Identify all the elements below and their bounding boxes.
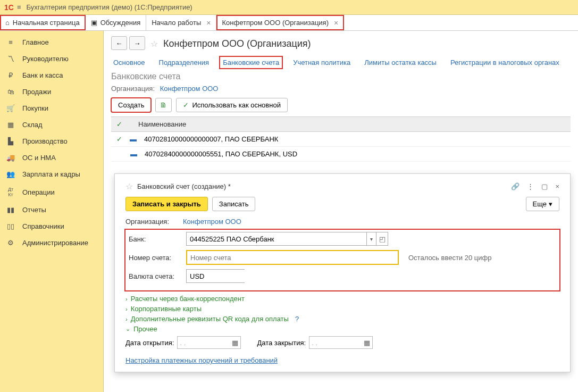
date-close-input[interactable]: . . ▦ xyxy=(309,336,373,349)
chevron-right-icon: › xyxy=(125,306,128,312)
expander-label: Прочее xyxy=(133,325,157,333)
warehouse-icon: ▦ xyxy=(6,121,15,129)
sidebar: ≡Главное 〽Руководителю ₽Банк и касса 🛍Пр… xyxy=(0,31,104,392)
sidebar-item-main[interactable]: ≡Главное xyxy=(0,34,103,51)
sidebar-label: Банк и касса xyxy=(22,71,63,79)
sidebar-item-assets[interactable]: 🚚ОС и НМА xyxy=(0,149,103,166)
section-title: Банковские счета xyxy=(111,72,571,81)
subtab-limits[interactable]: Лимиты остатка кассы xyxy=(362,57,439,68)
titlebar: 1C ≡ Бухгалтерия предприятия (демо) (1С:… xyxy=(0,0,578,15)
more-icon[interactable]: ⋮ xyxy=(527,182,534,190)
expander-cards[interactable]: ›Корпоративные карты xyxy=(125,305,559,313)
sidebar-item-admin[interactable]: ⚙Администрирование xyxy=(0,235,103,251)
bank-combo[interactable]: ▾ ◰ xyxy=(186,232,388,246)
sidebar-item-production[interactable]: ▙Производство xyxy=(0,133,103,149)
maximize-icon[interactable]: ▢ xyxy=(541,182,548,190)
expander-label: Расчеты через банк-корреспондент xyxy=(131,295,245,303)
tab-start[interactable]: Начало работы × xyxy=(146,15,216,30)
sidebar-label: Администрирование xyxy=(22,239,88,247)
sidebar-label: Покупки xyxy=(22,104,48,112)
chevron-right-icon: › xyxy=(125,316,128,322)
expander-qr[interactable]: ›Дополнительные реквизиты QR кода для оп… xyxy=(125,315,559,323)
payment-settings-link[interactable]: Настройка платежных поручений и требован… xyxy=(125,356,278,364)
col-name: Наименование xyxy=(138,120,186,128)
subtab-main[interactable]: Основное xyxy=(111,57,147,68)
check-icon: ✓ xyxy=(183,101,189,109)
expander-label: Корпоративные карты xyxy=(131,305,202,313)
org-value[interactable]: Конфетпром ООО xyxy=(183,218,241,226)
create-button[interactable]: Создать xyxy=(111,98,151,112)
dtct-icon: ДтКт xyxy=(6,187,15,197)
close-icon[interactable]: × xyxy=(555,182,559,190)
org-value[interactable]: Конфетпром ООО xyxy=(160,85,219,93)
back-button[interactable]: ← xyxy=(111,36,127,50)
table-header[interactable]: ✓ Наименование xyxy=(111,117,571,132)
use-as-main-button[interactable]: ✓Использовать как основной xyxy=(176,98,288,112)
forward-button[interactable]: → xyxy=(129,36,145,50)
sidebar-item-hr[interactable]: 👥Зарплата и кадры xyxy=(0,166,103,182)
btn-label: Использовать как основной xyxy=(192,101,281,109)
copy-button[interactable]: 🗎 xyxy=(155,98,172,112)
sidebar-label: Руководителю xyxy=(22,55,69,63)
expand-icon[interactable]: ◰ xyxy=(376,232,388,245)
calendar-icon[interactable]: ▦ xyxy=(364,339,370,347)
sidebar-item-purchases[interactable]: 🛒Покупки xyxy=(0,100,103,116)
org-label: Организация: xyxy=(111,85,155,93)
subtab-divisions[interactable]: Подразделения xyxy=(157,57,212,68)
account-input[interactable] xyxy=(186,250,399,265)
tab-home[interactable]: ⌂ Начальная страница xyxy=(0,15,86,30)
sidebar-label: Справочники xyxy=(22,222,64,230)
subtab-tax-reg[interactable]: Регистрации в налоговых органах xyxy=(448,57,562,68)
sidebar-item-manager[interactable]: 〽Руководителю xyxy=(0,51,103,67)
date-open-input[interactable]: . . ▦ xyxy=(177,336,241,349)
expander-label: Дополнительные реквизиты QR кода для опл… xyxy=(131,315,289,323)
save-button[interactable]: Записать xyxy=(212,197,256,211)
sidebar-item-operations[interactable]: ДтКтОперации xyxy=(0,182,103,202)
ruble-icon: ₽ xyxy=(6,71,15,79)
sidebar-item-bank[interactable]: ₽Банк и касса xyxy=(0,67,103,84)
chevron-down-icon[interactable]: ▾ xyxy=(366,232,376,245)
currency-combo[interactable] xyxy=(186,269,245,283)
item-icon: ▬ xyxy=(130,135,137,143)
tab-discussions[interactable]: ▣ Обсуждения xyxy=(86,15,147,30)
sidebar-label: ОС и НМА xyxy=(22,154,56,162)
row-text: 40702840000000005551, ПАО СБЕРБАНК, USD xyxy=(145,150,297,158)
sidebar-item-sales[interactable]: 🛍Продажи xyxy=(0,84,103,100)
sidebar-item-directories[interactable]: ▯▯Справочники xyxy=(0,218,103,235)
expander-correspondent[interactable]: ›Расчеты через банк-корреспондент xyxy=(125,295,559,303)
calendar-icon[interactable]: ▦ xyxy=(232,339,238,347)
more-button[interactable]: Еще▾ xyxy=(526,197,559,211)
check-icon: ✓ xyxy=(116,135,122,143)
tab-org[interactable]: Конфетпром ООО (Организация) × xyxy=(216,15,344,30)
tabsbar: ⌂ Начальная страница ▣ Обсуждения Начало… xyxy=(0,15,578,31)
close-icon[interactable]: × xyxy=(334,19,338,27)
btn-label: Записать xyxy=(219,200,249,208)
sidebar-item-warehouse[interactable]: ▦Склад xyxy=(0,116,103,133)
sidebar-label: Главное xyxy=(22,38,49,46)
expander-other[interactable]: ⌄Прочее xyxy=(125,325,559,333)
help-icon[interactable]: ? xyxy=(295,315,299,323)
star-icon[interactable]: ☆ xyxy=(150,39,158,49)
accounts-table: ✓ Наименование ✓ ▬ 40702810000000000007,… xyxy=(111,116,571,162)
date-placeholder: . . xyxy=(180,339,186,347)
sidebar-label: Операции xyxy=(22,188,55,196)
sidebar-label: Склад xyxy=(22,121,43,129)
menu-icon: ≡ xyxy=(6,38,15,46)
bank-input[interactable] xyxy=(187,232,366,245)
subtab-policy[interactable]: Учетная политика xyxy=(291,57,353,68)
cart-icon: 🛒 xyxy=(6,104,15,112)
currency-input[interactable] xyxy=(187,270,282,282)
sidebar-label: Продажи xyxy=(22,88,51,96)
table-row[interactable]: ✓ ▬ 40702810000000000007, ПАО СБЕРБАНК xyxy=(111,132,571,147)
bag-icon: 🛍 xyxy=(6,88,15,96)
link-icon[interactable]: 🔗 xyxy=(511,182,520,190)
close-icon[interactable]: × xyxy=(206,19,211,27)
subtab-bank-accounts[interactable]: Банковские счета xyxy=(221,57,281,68)
logo-1c: 1C xyxy=(4,3,14,12)
subtabs: Основное Подразделения Банковские счета … xyxy=(111,57,571,68)
sidebar-item-reports[interactable]: ▮▮Отчеты xyxy=(0,202,103,218)
save-close-button[interactable]: Записать и закрыть xyxy=(125,197,208,211)
star-icon[interactable]: ☆ xyxy=(125,181,133,191)
table-row[interactable]: ▬ 40702840000000005551, ПАО СБЕРБАНК, US… xyxy=(111,147,571,162)
hamburger-icon[interactable]: ≡ xyxy=(17,3,21,11)
